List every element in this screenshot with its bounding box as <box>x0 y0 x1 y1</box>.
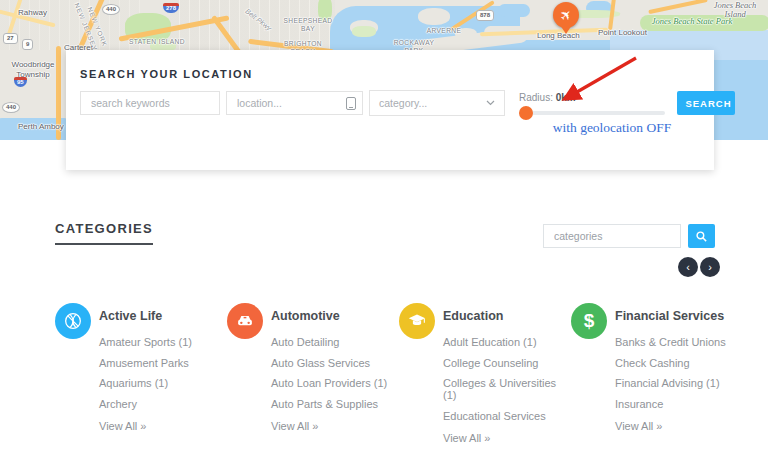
category-item[interactable]: Colleges & Universities (1) <box>443 377 571 401</box>
category-item[interactable]: Auto Loan Providers (1) <box>271 377 387 389</box>
shield-route440-icon: 440 <box>102 4 120 15</box>
category-title[interactable]: Automotive <box>271 309 387 323</box>
search-icon <box>696 231 707 242</box>
map-label-rahway: Rahway <box>18 8 47 17</box>
search-button[interactable]: SEARCH <box>677 91 735 115</box>
category-item[interactable]: Auto Parts & Supplies <box>271 398 387 410</box>
shield-route9-icon: 9 <box>22 39 33 50</box>
airplane-icon: ✈ <box>557 6 575 24</box>
map-park <box>352 26 376 37</box>
category-title[interactable]: Active Life <box>99 309 192 323</box>
carousel-next-button[interactable]: › <box>700 257 720 277</box>
view-all-link[interactable]: View All » <box>99 420 192 432</box>
map-label-long-beach: Long Beach <box>537 31 580 40</box>
category-item[interactable]: Adult Education (1) <box>443 336 571 348</box>
view-all-link[interactable]: View All » <box>615 420 726 432</box>
geolocation-annotation: with geolocation OFF <box>512 120 712 136</box>
dollar-icon: $ <box>571 303 607 339</box>
category-item[interactable]: Banks & Credit Unions <box>615 336 726 348</box>
category-item[interactable]: Auto Glass Services <box>271 357 387 369</box>
map-label-staten-island: STATEN ISLAND <box>126 38 188 46</box>
radius-slider-handle[interactable] <box>519 106 533 120</box>
category-item[interactable]: Archery <box>99 398 192 410</box>
basketball-icon <box>55 303 91 339</box>
view-all-link[interactable]: View All » <box>443 432 571 444</box>
map-label-arverne: ARVERNE <box>420 27 468 35</box>
shield-i95-icon: 95 <box>14 77 27 87</box>
keywords-input[interactable] <box>80 91 220 115</box>
category-groups: Active Life Amateur Sports (1) Amusement… <box>55 303 743 444</box>
map-water <box>498 4 530 17</box>
categories-search-button[interactable] <box>688 224 715 248</box>
airplane-map-marker[interactable]: ✈ <box>553 2 579 28</box>
page: { "map": { "places": { "rahway": "Rahway… <box>0 0 768 450</box>
category-item[interactable]: Financial Advising (1) <box>615 377 726 389</box>
category-item[interactable]: Insurance <box>615 398 726 410</box>
search-panel-title: SEARCH YOUR LOCATION <box>80 68 253 80</box>
category-select[interactable]: category... <box>369 90 505 116</box>
category-group-financial-services: $ Financial Services Banks & Credit Unio… <box>571 303 743 444</box>
category-item[interactable]: Auto Detailing <box>271 336 387 348</box>
geolocate-icon[interactable] <box>346 97 356 110</box>
category-group-automotive: Automotive Auto Detailing Auto Glass Ser… <box>227 303 399 444</box>
car-icon <box>227 303 263 339</box>
shield-route27-icon: 27 <box>3 33 18 44</box>
view-all-link[interactable]: View All » <box>271 420 387 432</box>
radius-control: Radius: 0km <box>519 92 665 115</box>
chevron-down-icon <box>486 100 495 106</box>
graduation-cap-icon <box>399 303 435 339</box>
map-island <box>418 8 450 25</box>
category-item[interactable]: Amusement Parks <box>99 357 192 369</box>
map-label-perth-amboy: Perth Amboy <box>18 122 64 131</box>
shield-route440-icon: 440 <box>2 102 20 113</box>
category-group-active-life: Active Life Amateur Sports (1) Amusement… <box>55 303 227 444</box>
categories-search-input[interactable] <box>543 224 681 248</box>
category-item[interactable]: Aquariums (1) <box>99 377 192 389</box>
category-item[interactable]: College Counseling <box>443 357 571 369</box>
map-road <box>648 0 708 14</box>
radius-label: Radius: 0km <box>519 92 665 103</box>
map-label-sheepshead-bay: SHEEPSHEAD BAY <box>276 17 340 33</box>
map-label-point-lookout: Point Lookout <box>598 28 647 37</box>
carousel-prev-button[interactable]: ‹ <box>678 257 698 277</box>
category-title[interactable]: Financial Services <box>615 309 726 323</box>
shield-route878-icon: 878 <box>476 10 494 21</box>
radius-slider-track[interactable] <box>519 111 665 115</box>
categories-heading: CATEGORIES <box>55 221 153 245</box>
category-title[interactable]: Education <box>443 309 571 323</box>
category-item[interactable]: Check Cashing <box>615 357 726 369</box>
radius-value: 0km <box>556 92 576 103</box>
category-item[interactable]: Educational Services <box>443 410 571 422</box>
map-label-woodbridge: Woodbridge Township <box>2 60 64 80</box>
location-input[interactable] <box>226 91 363 115</box>
category-select-value: category... <box>379 97 427 109</box>
category-group-education: Education Adult Education (1) College Co… <box>399 303 571 444</box>
map-label-jones-beach-island: Jones Beach Island <box>706 1 764 19</box>
category-item[interactable]: Amateur Sports (1) <box>99 336 192 348</box>
search-location-panel: SEARCH YOUR LOCATION category... Radius:… <box>66 50 714 170</box>
